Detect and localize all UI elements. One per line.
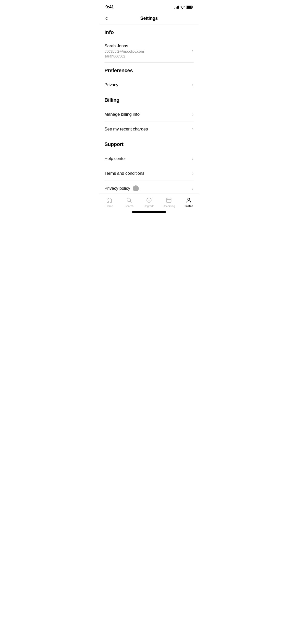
nav-item-upcoming[interactable]: Upcoming (159, 197, 179, 208)
chevron-icon: › (192, 82, 194, 87)
chevron-icon: › (192, 48, 194, 54)
recent-charges-label: See my recent charges (104, 127, 148, 131)
chevron-icon: › (192, 156, 194, 161)
battery-icon (186, 6, 193, 9)
nav-item-search[interactable]: Search (119, 197, 139, 208)
manage-billing-label: Manage billing info (104, 112, 140, 117)
terms-item[interactable]: Terms and conditions › (104, 166, 194, 181)
chevron-icon: › (192, 171, 194, 176)
chevron-icon: › (192, 186, 194, 191)
svg-point-0 (127, 198, 131, 202)
nav-item-upgrade[interactable]: Upgrade (139, 197, 159, 208)
upgrade-label: Upgrade (144, 204, 154, 208)
back-button[interactable]: < (104, 16, 108, 21)
content: Info Sarah Jonas 5503b5f2@moodjoy.com sa… (99, 24, 199, 191)
help-center-item[interactable]: Help center › (104, 151, 194, 166)
user-name: Sarah Jonas (104, 43, 189, 49)
bottom-nav: Home Search Upgrade (99, 194, 199, 215)
chevron-icon: › (192, 126, 194, 132)
billing-list: Manage billing info › See my recent char… (104, 107, 194, 136)
user-info-item[interactable]: Sarah Jonas 5503b5f2@moodjoy.com sarah86… (104, 39, 194, 63)
chevron-icon: › (192, 112, 194, 117)
preferences-list: Privacy › (104, 78, 194, 92)
header: < Settings (99, 13, 199, 24)
privacy-badge (133, 185, 139, 191)
support-list: Help center › Terms and conditions › Pri… (104, 151, 194, 191)
svg-point-9 (188, 198, 190, 200)
support-section-title: Support (104, 141, 194, 147)
status-bar: 9:41 (99, 0, 199, 13)
privacy-item[interactable]: Privacy › (104, 78, 194, 92)
signal-icon (174, 6, 179, 9)
privacy-policy-item[interactable]: Privacy policy › (104, 181, 194, 191)
profile-label: Profile (184, 204, 193, 208)
wifi-icon (181, 6, 185, 9)
home-indicator (132, 211, 166, 213)
status-icons (174, 6, 193, 9)
billing-section: Billing Manage billing info › See my rec… (99, 92, 199, 136)
user-username: sarah866562 (104, 54, 189, 58)
nav-item-home[interactable]: Home (99, 197, 119, 208)
home-icon (106, 197, 113, 203)
profile-icon (185, 197, 192, 203)
preferences-section-title: Preferences (104, 68, 194, 74)
upcoming-label: Upcoming (163, 204, 175, 208)
privacy-policy-label: Privacy policy (104, 186, 130, 191)
nav-item-profile[interactable]: Profile (179, 197, 199, 208)
preferences-section: Preferences Privacy › (99, 63, 199, 92)
svg-line-1 (130, 201, 132, 203)
search-icon (126, 197, 132, 203)
svg-rect-5 (167, 198, 171, 202)
search-label: Search (125, 204, 133, 208)
page-title: Settings (140, 16, 158, 21)
help-center-label: Help center (104, 156, 126, 161)
terms-label: Terms and conditions (104, 171, 144, 176)
status-time: 9:41 (105, 5, 114, 10)
support-section: Support Help center › Terms and conditio… (99, 136, 199, 191)
home-label: Home (106, 204, 113, 208)
upgrade-icon (146, 197, 152, 203)
user-info-content: Sarah Jonas 5503b5f2@moodjoy.com sarah86… (104, 43, 189, 58)
upcoming-icon (166, 197, 172, 203)
recent-charges-item[interactable]: See my recent charges › (104, 122, 194, 136)
info-section-title: Info (104, 30, 194, 35)
manage-billing-item[interactable]: Manage billing info › (104, 107, 194, 122)
privacy-label: Privacy (104, 82, 118, 87)
user-email: 5503b5f2@moodjoy.com (104, 49, 189, 53)
billing-section-title: Billing (104, 97, 194, 103)
info-section: Info Sarah Jonas 5503b5f2@moodjoy.com sa… (99, 24, 199, 63)
